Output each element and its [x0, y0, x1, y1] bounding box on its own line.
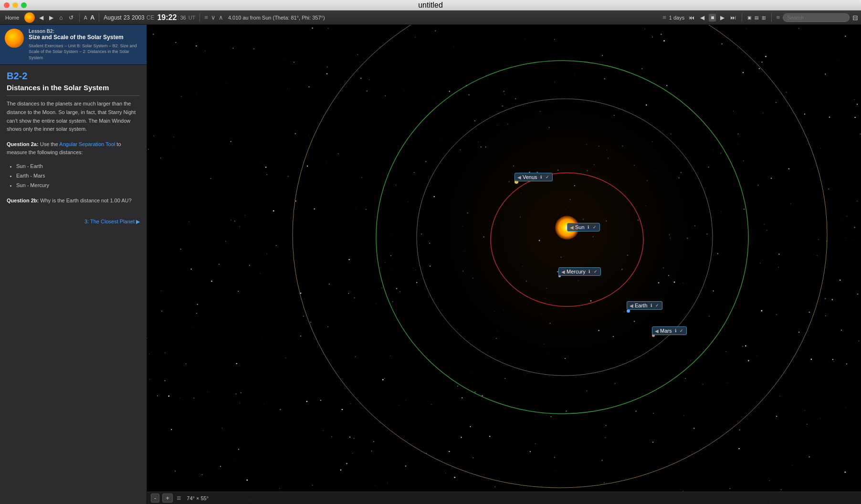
sidebar: Lesson B2: Size and Scale of the Solar S… — [0, 25, 147, 504]
view-mode-2[interactable]: ▤ — [754, 15, 760, 21]
sun-label: ◀ Sun ℹ ✓ — [567, 223, 600, 231]
venus-check-icon[interactable]: ✓ — [545, 175, 550, 179]
window-controls — [4, 2, 27, 8]
angular-separation-tool-link[interactable]: Angular Separation Tool — [59, 141, 115, 147]
time-hm: 19:22 — [157, 13, 177, 22]
section-title: Distances in the Solar System — [7, 84, 140, 96]
time-zone: UT — [189, 15, 196, 21]
toolbar-right: ≡ 1 days ⏮ ◀ ■ ▶ ⏭ ▣ ▤ ▥ ≡ ⊟ — [662, 13, 858, 22]
mercury-check-icon[interactable]: ✓ — [593, 269, 598, 274]
mercury-name: Mercury — [567, 269, 586, 274]
sidebar-toggle-button[interactable]: ⊟ — [852, 14, 858, 21]
maximize-button[interactable] — [21, 2, 27, 8]
date-year: 2003 — [132, 14, 145, 21]
earth-dot — [627, 309, 630, 313]
earth-check-icon[interactable]: ✓ — [655, 303, 660, 308]
bullet-list: Sun - Earth Earth - Mars Sun - Mercury — [7, 162, 140, 190]
days-display: 1 days — [669, 15, 684, 21]
close-button[interactable] — [4, 2, 10, 8]
venus-info-icon[interactable]: ℹ — [539, 175, 544, 179]
space-view: ◀ Sun ℹ ✓ ◀ Mercury ℹ ✓ ◀ Venus ℹ ✓ ◀ Ea… — [147, 25, 861, 504]
earth-arrow: ◀ — [630, 303, 633, 308]
window-title: untitled — [418, 1, 443, 10]
view-mode-1[interactable]: ▣ — [746, 15, 753, 21]
q2a-intro: Use the — [40, 141, 58, 147]
section-number: B2-2 — [7, 71, 140, 82]
bullet-sun-mercury: Sun - Mercury — [16, 181, 140, 190]
minimize-button[interactable] — [12, 2, 18, 8]
mars-arrow: ◀ — [655, 328, 659, 334]
date-day: 23 — [124, 14, 130, 21]
venus-label: ◀ Venus ℹ ✓ — [514, 173, 553, 181]
svg-point-3 — [293, 25, 827, 488]
toolbar: Home ◀ ▶ ⌂ ↺ A A August 23 2003 CE 19:22… — [0, 10, 861, 25]
search-input[interactable] — [783, 13, 850, 22]
earth-name: Earth — [635, 303, 647, 308]
refresh-button[interactable]: ↺ — [67, 14, 75, 21]
separator-3 — [200, 13, 200, 22]
time-start-button[interactable]: ⏮ — [687, 14, 696, 21]
view-mode-3[interactable]: ▥ — [761, 15, 767, 21]
fov-display: 74° × 55° — [187, 495, 209, 501]
venus-name: Venus — [523, 174, 537, 180]
nav-next-button[interactable]: 3: The Closest Planet ▶ — [7, 215, 140, 229]
home-nav-button[interactable]: ⌂ — [58, 14, 64, 21]
time-stop-button[interactable]: ■ — [709, 14, 716, 21]
prev-nav-button[interactable]: ◀ — [38, 14, 45, 21]
font-small-button: A — [84, 15, 87, 21]
lesson-breadcrumb: Student Exercises – Unit B: Solar System… — [29, 43, 142, 61]
sun-name: Sun — [575, 224, 585, 230]
toolbar-date: August 23 2003 CE — [104, 14, 154, 21]
mercury-label: ◀ Mercury ℹ ✓ — [558, 267, 601, 276]
venus-arrow: ◀ — [517, 175, 521, 180]
time-sec: 36 — [180, 15, 186, 21]
mars-name: Mars — [660, 328, 672, 334]
question-2a: Question 2a: Use the Angular Separation … — [7, 140, 140, 157]
toolbar-time: 19:22 : 36 UT — [157, 13, 195, 22]
earth-label: ◀ Earth ℹ ✓ — [627, 301, 662, 310]
lesson-header: Lesson B2: Size and Scale of the Solar S… — [0, 25, 147, 65]
home-button[interactable]: Home — [3, 14, 21, 21]
sun-check-icon[interactable]: ✓ — [592, 225, 597, 230]
zoom-out-button[interactable]: - — [151, 494, 159, 503]
mercury-info-icon[interactable]: ℹ — [587, 269, 592, 274]
lesson-label: Lesson B2: — [29, 29, 142, 34]
view-controls: ▣ ▤ ▥ — [746, 15, 767, 21]
time-play-button[interactable]: ▶ — [719, 14, 726, 21]
mars-label: ◀ Mars ℹ ✓ — [652, 326, 687, 335]
q2b-text: Why is the Earth distance not 1.00 AU? — [40, 198, 131, 203]
time-end-button[interactable]: ⏭ — [729, 14, 737, 21]
toolbar-coordinates: 4.010 au from Sun (Theta: 81°, Phi: 357°… — [228, 15, 325, 21]
lesson-icon — [5, 29, 24, 48]
separator-4 — [742, 13, 742, 22]
zoom-in-button[interactable]: + — [162, 494, 173, 503]
earth-info-icon[interactable]: ℹ — [649, 303, 653, 308]
bottom-bar: - + ≡ 74° × 55° — [147, 492, 861, 504]
q2a-label: Question 2a: — [7, 141, 39, 147]
intro-text: The distances to the planets are much la… — [7, 100, 140, 133]
orbits-svg — [147, 25, 861, 504]
toolbar-planet-icon — [24, 12, 35, 23]
mars-check-icon[interactable]: ✓ — [679, 328, 684, 333]
font-large-button: A — [90, 14, 94, 21]
time-prev-button[interactable]: ◀ — [699, 14, 706, 21]
date-era: CE — [147, 14, 155, 21]
bullet-earth-mars: Earth - Mars — [16, 171, 140, 181]
svg-point-0 — [491, 173, 643, 306]
date-month: August — [104, 14, 121, 21]
mars-info-icon[interactable]: ℹ — [673, 328, 678, 333]
question-2b: Question 2b: Why is the Earth distance n… — [7, 197, 140, 205]
main-layout: Lesson B2: Size and Scale of the Solar S… — [0, 25, 861, 504]
separator-2 — [99, 13, 99, 22]
bullet-sun-earth: Sun - Earth — [16, 162, 140, 171]
mercury-arrow: ◀ — [561, 269, 565, 274]
sun-info-icon[interactable]: ℹ — [586, 225, 591, 230]
separator-1 — [79, 13, 80, 22]
titlebar: untitled — [0, 0, 861, 10]
sun-arrow: ◀ — [570, 225, 574, 230]
q2b-label: Question 2b: — [7, 198, 39, 203]
content-area: B2-2 Distances in the Solar System The d… — [0, 65, 147, 504]
lesson-title: Size and Scale of the Solar System — [29, 34, 142, 42]
separator-5 — [771, 13, 772, 22]
next-nav-button[interactable]: ▶ — [48, 14, 55, 21]
